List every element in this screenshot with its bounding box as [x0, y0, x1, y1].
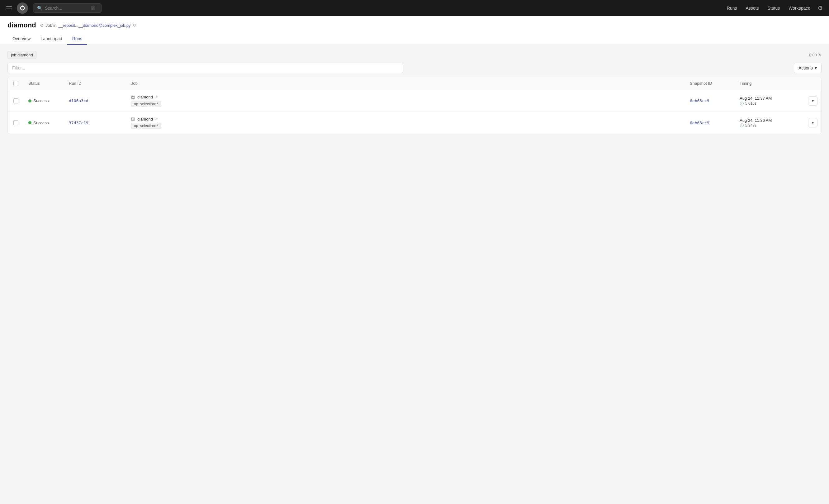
row2-expand-cell: ▾ — [804, 114, 821, 131]
col-run-id: Run ID — [65, 77, 127, 90]
row2-job-name: diamond — [137, 117, 153, 121]
logo — [17, 2, 28, 14]
row2-snapshot-cell: 6eb63cc9 — [685, 117, 735, 129]
row1-run-id-link[interactable]: d106a3cd — [69, 99, 88, 103]
tabs: Overview Launchpad Runs — [7, 33, 822, 44]
row2-external-link-icon[interactable]: ↗ — [155, 117, 158, 121]
row2-job-cell: ⛋ diamond ↗ op_selection: * — [127, 113, 685, 133]
search-icon: 🔍 — [37, 6, 42, 10]
row2-checkbox[interactable] — [13, 120, 19, 125]
row2-status-badge: Success — [28, 120, 60, 125]
page-header: diamond ⚙ Job in __reposit...__diamond@c… — [0, 16, 829, 45]
tab-runs[interactable]: Runs — [67, 33, 87, 45]
row1-expand-button[interactable]: ▾ — [808, 96, 818, 106]
filter-bar-top: job:diamond 0:08 ↻ — [7, 51, 822, 59]
table-row: Success d106a3cd ⛋ diamond ↗ op_selectio… — [8, 90, 821, 112]
table-row: Success 37d37c19 ⛋ diamond ↗ op_selectio… — [8, 112, 821, 134]
row2-op-selection: op_selection: * — [131, 123, 161, 129]
row2-run-id-cell: 37d37c19 — [65, 117, 127, 129]
refresh-icon[interactable]: ↻ — [133, 23, 136, 28]
row1-job-cell: ⛋ diamond ↗ op_selection: * — [127, 91, 685, 111]
timer-refresh-icon[interactable]: ↻ — [818, 52, 822, 57]
row2-timing-cell: Aug 24, 11:36 AM 🕐 5.348s — [735, 114, 804, 132]
filter-input-row: Actions ▾ — [7, 63, 822, 73]
tab-overview[interactable]: Overview — [7, 33, 36, 45]
row2-status-text: Success — [33, 120, 48, 125]
row1-checkbox[interactable] — [13, 99, 19, 103]
row1-status-badge: Success — [28, 99, 60, 103]
page-title: diamond — [7, 21, 36, 29]
tab-launchpad[interactable]: Launchpad — [36, 33, 67, 45]
nav-runs[interactable]: Runs — [727, 6, 737, 10]
col-timing: Timing — [735, 77, 804, 90]
main-content: job:diamond 0:08 ↻ Actions ▾ Status Run … — [0, 45, 829, 140]
row2-job-icon: ⛋ — [131, 116, 136, 121]
col-job: Job — [127, 77, 685, 90]
filter-input[interactable] — [7, 63, 403, 73]
refresh-timer: 0:08 ↻ — [809, 52, 822, 57]
row1-timing-duration: 5.016s — [745, 101, 756, 106]
nav-links: Runs Assets Status Workspace — [727, 6, 810, 10]
job-meta: ⚙ Job in __reposit...__diamond@complex_j… — [40, 23, 136, 28]
row1-external-link-icon[interactable]: ↗ — [155, 95, 158, 99]
row2-clock-icon: 🕐 — [740, 123, 744, 128]
col-snapshot-id: Snapshot ID — [685, 77, 735, 90]
col-actions — [804, 77, 821, 90]
row1-clock-icon: 🕐 — [740, 102, 744, 106]
row2-checkbox-cell — [8, 116, 24, 129]
row2-status-cell: Success — [24, 117, 65, 129]
job-filter-tag[interactable]: job:diamond — [7, 51, 36, 59]
actions-button[interactable]: Actions ▾ — [794, 63, 822, 73]
svg-point-0 — [18, 4, 27, 12]
search-input[interactable] — [45, 6, 88, 10]
row2-snapshot-link[interactable]: 6eb63cc9 — [690, 120, 710, 125]
row1-snapshot-cell: 6eb63cc9 — [685, 95, 735, 107]
row1-expand-cell: ▾ — [804, 93, 821, 109]
row1-run-id-cell: d106a3cd — [65, 95, 127, 107]
actions-label: Actions — [798, 65, 813, 70]
row1-job-icon: ⛋ — [131, 95, 136, 100]
row2-expand-button[interactable]: ▾ — [808, 118, 818, 128]
svg-point-2 — [22, 5, 23, 7]
row1-status-cell: Success — [24, 95, 65, 107]
topnav: 🔍 / Runs Assets Status Workspace ⚙ — [0, 0, 829, 16]
row2-run-id-link[interactable]: 37d37c19 — [69, 120, 88, 125]
nav-workspace[interactable]: Workspace — [789, 6, 810, 10]
job-meta-prefix: Job in — [46, 23, 57, 28]
row1-timing-cell: Aug 24, 11:37 AM 🕐 5.016s — [735, 92, 804, 109]
job-file-link[interactable]: __reposit...__diamond@complex_job.py — [58, 23, 131, 28]
row2-timing-date: Aug 24, 11:36 AM — [740, 118, 799, 123]
settings-gear-icon[interactable]: ⚙ — [818, 5, 823, 11]
hamburger-menu[interactable] — [6, 6, 12, 10]
runs-table: Status Run ID Job Snapshot ID Timing Suc… — [7, 77, 822, 134]
col-checkbox — [8, 77, 24, 90]
row2-timing-duration: 5.348s — [745, 123, 756, 128]
select-all-checkbox[interactable] — [13, 81, 19, 86]
row1-status-dot — [28, 99, 31, 103]
search-bar[interactable]: 🔍 / — [33, 3, 102, 13]
row1-snapshot-link[interactable]: 6eb63cc9 — [690, 99, 710, 103]
row1-timing-date: Aug 24, 11:37 AM — [740, 96, 799, 101]
job-icon: ⚙ — [40, 23, 44, 28]
row1-status-text: Success — [33, 99, 48, 103]
timer-value: 0:08 — [809, 52, 817, 57]
nav-assets[interactable]: Assets — [746, 6, 759, 10]
col-status: Status — [24, 77, 65, 90]
row1-job-name: diamond — [137, 95, 153, 99]
nav-status[interactable]: Status — [768, 6, 780, 10]
row1-checkbox-cell — [8, 95, 24, 107]
row2-status-dot — [28, 121, 31, 124]
keyboard-shortcut: / — [91, 6, 95, 10]
row1-op-selection: op_selection: * — [131, 101, 161, 107]
table-header: Status Run ID Job Snapshot ID Timing — [8, 77, 821, 90]
actions-chevron-icon: ▾ — [815, 65, 817, 70]
